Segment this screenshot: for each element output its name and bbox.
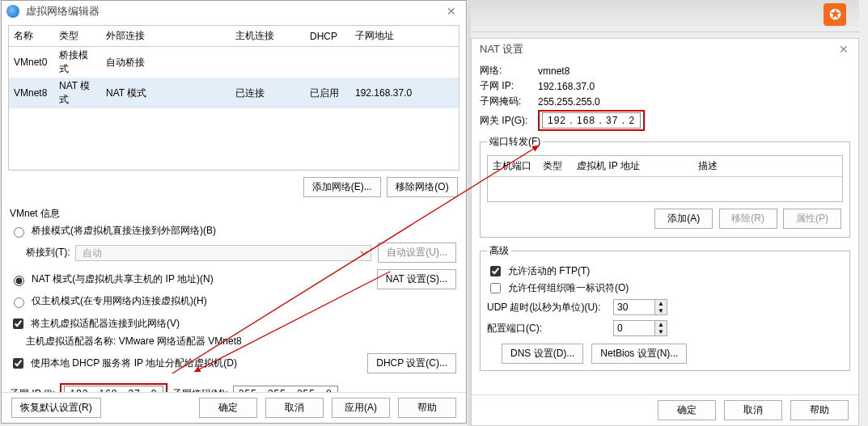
cancel-button[interactable]: 取消	[724, 400, 782, 420]
allow-ftp-label: 允许活动的 FTP(T)	[508, 264, 590, 278]
ok-button[interactable]: 确定	[658, 400, 716, 420]
config-port-label: 配置端口(C):	[487, 322, 608, 335]
cancel-button[interactable]: 取消	[265, 398, 324, 418]
gateway-highlight: 192 . 168 . 37 . 2	[538, 110, 645, 131]
pf-remove-button[interactable]: 移除(R)	[719, 209, 777, 229]
restore-defaults-button[interactable]: 恢复默认设置(R)	[11, 398, 101, 418]
col-type[interactable]: 类型	[54, 26, 101, 47]
auto-settings-button[interactable]: 自动设置(U)...	[378, 243, 456, 263]
net-value: vmnet8	[538, 65, 569, 77]
app-icon	[6, 5, 19, 18]
netbios-settings-button[interactable]: NetBios 设置(N)...	[591, 344, 687, 364]
allow-oui-label: 允许任何组织唯一标识符(O)	[508, 281, 629, 295]
add-network-button[interactable]: 添加网络(E)...	[303, 177, 381, 197]
close-icon[interactable]: ✕	[834, 43, 853, 56]
port-forward-legend: 端口转发(F)	[487, 135, 543, 149]
pf-add-button[interactable]: 添加(A)	[654, 209, 713, 229]
connect-adapter-label: 将主机虚拟适配器连接到此网络(V)	[31, 317, 180, 331]
adapter-name-label: 主机虚拟适配器名称: VMware 网络适配器 VMnet8	[26, 335, 242, 348]
gateway-input[interactable]: 192 . 168 . 37 . 2	[542, 112, 641, 129]
sub-mask-value: 255.255.255.0	[538, 96, 600, 108]
udp-timeout-input[interactable]	[613, 299, 655, 315]
pf-col-desc[interactable]: 描述	[693, 156, 842, 177]
allow-oui-check[interactable]	[490, 283, 501, 293]
virtual-network-editor-window: 虚拟网络编辑器 ✕ 名称 类型 外部连接 主机连接 DHCP 子网地址 VMne…	[1, 0, 467, 424]
nat-mode-label: NAT 模式(与虚拟机共享主机的 IP 地址)(N)	[32, 272, 214, 286]
udp-timeout-label: UDP 超时(以秒为单位)(U):	[487, 301, 608, 314]
bookmark-icon: ✪	[824, 3, 846, 26]
nat-window-title: NAT 设置	[476, 42, 834, 57]
spinner-buttons[interactable]: ▲▼	[655, 320, 667, 336]
port-forward-table[interactable]: 主机端口 类型 虚拟机 IP 地址 描述	[487, 155, 843, 202]
ok-button[interactable]: 确定	[199, 398, 257, 418]
help-button[interactable]: 帮助	[790, 400, 849, 420]
port-forward-group: 端口转发(F) 主机端口 类型 虚拟机 IP 地址 描述 添加(A) 移除(R)…	[480, 135, 850, 238]
gateway-label: 网关 IP(G):	[480, 114, 533, 128]
vmnet-table[interactable]: 名称 类型 外部连接 主机连接 DHCP 子网地址 VMnet0桥接模式 自动桥…	[8, 25, 459, 171]
allow-ftp-check[interactable]	[490, 266, 501, 276]
pf-col-hostport[interactable]: 主机端口	[488, 156, 538, 177]
use-dhcp-label: 使用本地 DHCP 服务将 IP 地址分配给虚拟机(D)	[31, 356, 237, 370]
advanced-group: 高级 允许活动的 FTP(T) 允许任何组织唯一标识符(O) UDP 超时(以秒…	[480, 244, 850, 371]
bridge-to-select: 自动	[75, 245, 372, 261]
use-dhcp-check[interactable]	[13, 358, 23, 369]
hostonly-mode-label: 仅主机模式(在专用网络内连接虚拟机)(H)	[32, 294, 207, 308]
help-button[interactable]: 帮助	[398, 398, 456, 418]
dhcp-settings-button[interactable]: DHCP 设置(C)...	[367, 353, 456, 373]
advanced-legend: 高级	[487, 244, 511, 258]
config-port-input[interactable]	[613, 320, 655, 336]
net-label: 网络:	[480, 64, 533, 78]
sub-ip-value: 192.168.37.0	[538, 81, 595, 92]
spinner-buttons[interactable]: ▲▼	[655, 299, 667, 315]
bridge-to-label: 桥接到(T):	[26, 246, 70, 259]
window-title: 虚拟网络编辑器	[23, 4, 442, 19]
connect-adapter-check[interactable]	[13, 318, 23, 329]
pf-col-vmip[interactable]: 虚拟机 IP 地址	[572, 156, 693, 177]
col-name[interactable]: 名称	[9, 26, 54, 47]
pf-properties-button[interactable]: 属性(P)	[783, 209, 841, 229]
close-icon[interactable]: ✕	[442, 5, 461, 18]
sub-ip-label: 子网 IP:	[480, 79, 533, 93]
col-dhcp[interactable]: DHCP	[305, 26, 350, 47]
bridge-mode-radio[interactable]	[14, 227, 24, 238]
dns-settings-button[interactable]: DNS 设置(D)...	[502, 344, 583, 364]
remove-network-button[interactable]: 移除网络(O)	[387, 177, 458, 197]
col-ext[interactable]: 外部连接	[101, 26, 231, 47]
apply-button[interactable]: 应用(A)	[332, 398, 390, 418]
nat-settings-window: NAT 设置 ✕ 网络:vmnet8 子网 IP:192.168.37.0 子网…	[471, 38, 859, 426]
pf-col-type[interactable]: 类型	[538, 156, 572, 177]
nat-settings-button[interactable]: NAT 设置(S)...	[377, 269, 456, 289]
bridge-mode-label: 桥接模式(将虚拟机直接连接到外部网络)(B)	[32, 224, 216, 238]
table-row[interactable]: VMnet8NAT 模式 NAT 模式已连接 已启用192.168.37.0	[9, 78, 459, 108]
nat-mode-radio[interactable]	[14, 276, 24, 286]
hostonly-mode-radio[interactable]	[14, 297, 24, 308]
col-subnet[interactable]: 子网地址	[350, 26, 459, 47]
col-host[interactable]: 主机连接	[231, 26, 305, 47]
vmnet-info-label: VMnet 信息	[2, 204, 466, 222]
table-row[interactable]: VMnet0桥接模式 自动桥接	[9, 47, 459, 78]
sub-mask-label: 子网掩码:	[480, 95, 533, 108]
